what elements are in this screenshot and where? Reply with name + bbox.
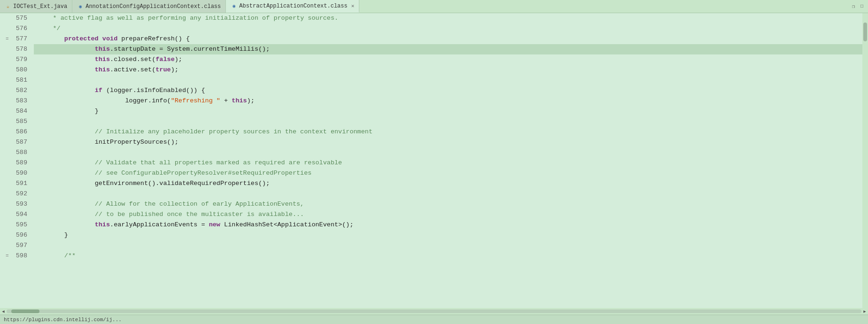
line-num-575: 575 <box>5 13 32 23</box>
gutter-line-580 <box>0 65 5 75</box>
status-text: https://plugins.cdn.intellij.com/ij... <box>4 317 122 323</box>
tab-abstract-label: AbstractApplicationContext.class <box>239 3 347 9</box>
line-num-587: 587 <box>5 137 32 147</box>
code-line-590: // see ConfigurablePropertyResolver#setR… <box>34 168 862 178</box>
gutter-line-596 <box>0 230 5 240</box>
code-line-579: this.closed.set(false); <box>34 54 862 65</box>
line-num-585: 585 <box>5 116 32 127</box>
line-num-586: 586 <box>5 127 32 137</box>
code-line-584: } <box>34 106 862 116</box>
line-num-578: 578 <box>5 44 32 54</box>
class-icon-2: ◉ <box>231 3 237 9</box>
code-line-589: // Validate that all properties marked a… <box>34 158 862 168</box>
gutter-line-581 <box>0 75 5 85</box>
code-line-596: } <box>34 230 862 240</box>
code-line-580: this.active.set(true); <box>34 65 862 75</box>
gutter-line-590 <box>0 168 5 178</box>
vertical-scrollbar[interactable] <box>862 13 868 308</box>
code-line-576: */ <box>34 23 862 34</box>
tab-ioctest[interactable]: ☕ IOCTest_Ext.java <box>0 0 72 13</box>
gutter-line-598 <box>0 251 5 261</box>
line-num-583: 583 <box>5 96 32 106</box>
line-num-590: 590 <box>5 168 32 178</box>
gutter-line-587 <box>0 137 5 147</box>
code-line-582: if (logger.isInfoEnabled()) { <box>34 85 862 96</box>
line-num-584: 584 <box>5 106 32 116</box>
gutter-line-575 <box>0 13 5 23</box>
line-num-596: 596 <box>5 230 32 240</box>
gutter-line-597 <box>0 240 5 251</box>
line-num-593: 593 <box>5 199 32 209</box>
line-num-581: 581 <box>5 75 32 85</box>
window-controls: ❐ □ <box>847 0 868 13</box>
class-icon-1: ◉ <box>77 3 84 10</box>
tab-bar: ☕ IOCTest_Ext.java ◉ AnnotationConfigApp… <box>0 0 868 13</box>
line-num-592: 592 <box>5 189 32 199</box>
tab-annotation-config[interactable]: ◉ AnnotationConfigApplicationContext.cla… <box>72 0 226 13</box>
gutter-line-593 <box>0 199 5 209</box>
gutter-line-586 <box>0 127 5 137</box>
line-num-579: 579 <box>5 54 32 65</box>
tab-abstract-app-context[interactable]: ◉ AbstractApplicationContext.class ✕ <box>226 0 359 13</box>
gutter-line-594 <box>0 209 5 220</box>
gutter-line-576 <box>0 23 5 34</box>
scroll-left-icon[interactable]: ◀ <box>0 308 7 315</box>
scroll-right-icon[interactable]: ▶ <box>861 308 868 315</box>
scroll-h-thumb[interactable] <box>11 309 39 313</box>
gutter-line-577 <box>0 34 5 44</box>
code-line-594: // to be published once the multicaster … <box>34 209 862 220</box>
line-num-595: 595 <box>5 220 32 230</box>
tab-annotation-label: AnnotationConfigApplicationContext.class <box>85 3 221 10</box>
code-line-588 <box>34 147 862 158</box>
maximize-button[interactable]: □ <box>859 3 865 10</box>
gutter-line-591 <box>0 178 5 189</box>
code-line-598: /** <box>34 251 862 261</box>
line-num-598: 598 <box>5 251 32 261</box>
line-num-588: 588 <box>5 147 32 158</box>
debug-gutter <box>0 13 5 308</box>
line-num-594: 594 <box>5 209 32 220</box>
tab-ioctest-label: IOCTest_Ext.java <box>13 3 67 10</box>
gutter-line-595 <box>0 220 5 230</box>
code-line-583: logger.info("Refreshing " + this); <box>34 96 862 106</box>
line-num-580: 580 <box>5 65 32 75</box>
status-bar: https://plugins.cdn.intellij.com/ij... <box>0 315 868 324</box>
gutter-line-582 <box>0 85 5 96</box>
code-line-577: protected void prepareRefresh() { <box>34 34 862 44</box>
code-line-597 <box>34 240 862 251</box>
line-num-577: 577 <box>5 34 32 44</box>
line-num-597: 597 <box>5 240 32 251</box>
gutter-line-578 <box>0 44 5 54</box>
gutter-line-584 <box>0 106 5 116</box>
line-num-576: 576 <box>5 23 32 34</box>
code-line-587: initPropertySources(); <box>34 137 862 147</box>
code-line-592 <box>34 189 862 199</box>
code-line-578: this.startupDate = System.currentTimeMil… <box>34 44 862 54</box>
java-icon: ☕ <box>5 3 11 10</box>
gutter-line-579 <box>0 54 5 65</box>
scroll-h-track[interactable] <box>7 309 861 313</box>
line-num-582: 582 <box>5 85 32 96</box>
tab-close-icon[interactable]: ✕ <box>351 3 355 9</box>
code-line-586: // Initialize any placeholder property s… <box>34 127 862 137</box>
gutter-line-583 <box>0 96 5 106</box>
gutter-line-592 <box>0 189 5 199</box>
code-line-585 <box>34 116 862 127</box>
scroll-thumb-v[interactable] <box>863 23 867 41</box>
code-line-581 <box>34 75 862 85</box>
code-line-575: * active flag as well as performing any … <box>34 13 862 23</box>
line-num-589: 589 <box>5 158 32 168</box>
restore-button[interactable]: ❐ <box>850 3 857 10</box>
code-area: 5755765775785795805815825835845855865875… <box>0 13 868 308</box>
gutter-line-585 <box>0 116 5 127</box>
code-content[interactable]: * active flag as well as performing any … <box>32 13 862 308</box>
horizontal-scrollbar[interactable]: ◀ ▶ <box>0 308 868 315</box>
code-line-593: // Allow for the collection of early App… <box>34 199 862 209</box>
code-line-595: this.earlyApplicationEvents = new Linked… <box>34 220 862 230</box>
line-num-591: 591 <box>5 178 32 189</box>
line-numbers: 5755765775785795805815825835845855865875… <box>5 13 32 308</box>
gutter-line-588 <box>0 147 5 158</box>
editor-container: ☕ IOCTest_Ext.java ◉ AnnotationConfigApp… <box>0 0 868 324</box>
code-line-591: getEnvironment().validateRequiredPropert… <box>34 178 862 189</box>
gutter-line-589 <box>0 158 5 168</box>
